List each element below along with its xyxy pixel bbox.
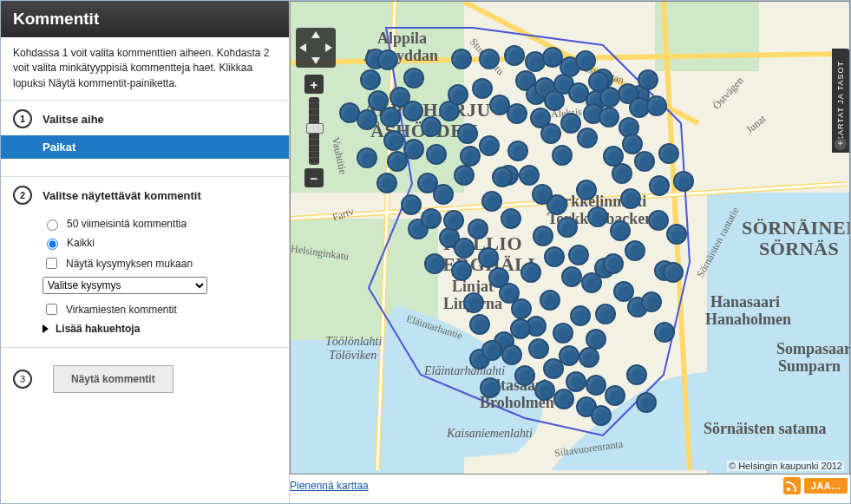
map-marker[interactable] — [560, 113, 581, 134]
pan-control[interactable] — [296, 28, 336, 68]
map-marker[interactable] — [403, 101, 423, 121]
map-marker[interactable] — [587, 206, 608, 227]
map-marker[interactable] — [519, 165, 540, 186]
map-marker[interactable] — [380, 107, 401, 128]
map-marker[interactable] — [557, 217, 578, 238]
map-marker[interactable] — [501, 344, 522, 365]
zoom-in-button[interactable]: + — [304, 75, 324, 94]
map-marker[interactable] — [454, 165, 475, 186]
map-marker[interactable] — [492, 167, 513, 187]
opt-by-question[interactable]: Näytä kysymyksen mukaan — [43, 255, 277, 272]
layers-tab[interactable]: + KARTAT JA TASOT — [832, 49, 849, 153]
map-marker[interactable] — [511, 298, 532, 319]
map-marker[interactable] — [533, 226, 553, 246]
map-marker[interactable] — [586, 375, 606, 396]
map-marker[interactable] — [426, 144, 447, 165]
map-marker[interactable] — [568, 82, 589, 103]
opt-officials[interactable]: Virkamiesten kommentit — [43, 301, 277, 317]
zoom-slider[interactable] — [309, 97, 319, 165]
map-marker[interactable] — [472, 78, 493, 99]
map-marker[interactable] — [468, 219, 488, 239]
map-marker[interactable] — [540, 123, 561, 144]
more-filters-toggle[interactable]: Lisää hakuehtoja — [43, 323, 277, 335]
map-marker[interactable] — [658, 143, 679, 164]
map-marker[interactable] — [638, 69, 658, 90]
zoom-handle[interactable] — [306, 123, 324, 134]
map-marker[interactable] — [534, 380, 555, 401]
map-marker[interactable] — [625, 240, 645, 261]
map-marker[interactable] — [575, 50, 596, 71]
map-marker[interactable] — [520, 262, 541, 283]
map-marker[interactable] — [553, 323, 573, 344]
map-marker[interactable] — [646, 95, 667, 116]
map-marker[interactable] — [514, 365, 535, 386]
map-marker[interactable] — [566, 371, 586, 392]
opt-last50[interactable]: 50 viimeisintä kommenttia — [43, 217, 277, 231]
map-marker[interactable] — [469, 314, 490, 335]
map-marker[interactable] — [480, 377, 501, 398]
pan-east-icon[interactable] — [325, 43, 332, 52]
map-marker[interactable] — [481, 191, 502, 212]
map-marker[interactable] — [648, 210, 669, 231]
map-marker[interactable] — [421, 116, 442, 137]
map-marker[interactable] — [673, 171, 694, 192]
map-marker[interactable] — [603, 253, 624, 274]
map-marker[interactable] — [654, 322, 675, 343]
active-topic[interactable]: Paikat — [1, 135, 289, 159]
map-marker[interactable] — [636, 392, 657, 413]
check-officials[interactable] — [46, 304, 57, 315]
map-marker[interactable] — [532, 184, 553, 205]
map-marker[interactable] — [577, 128, 598, 148]
pan-west-icon[interactable] — [299, 43, 306, 52]
map-marker[interactable] — [479, 49, 500, 69]
map-marker[interactable] — [544, 246, 565, 267]
radio-all[interactable] — [47, 239, 58, 250]
map-marker[interactable] — [443, 210, 464, 231]
map-marker[interactable] — [376, 173, 397, 193]
map-marker[interactable] — [481, 340, 502, 361]
map-marker[interactable] — [528, 338, 549, 359]
map-marker[interactable] — [641, 291, 662, 312]
map-marker[interactable] — [561, 266, 582, 287]
map-marker[interactable] — [605, 385, 625, 406]
map-marker[interactable] — [510, 318, 531, 339]
shrink-map-link[interactable]: Pienennä karttaa — [290, 480, 369, 492]
map-marker[interactable] — [666, 224, 687, 245]
map-marker[interactable] — [377, 49, 398, 70]
map-marker[interactable] — [451, 49, 472, 69]
map-marker[interactable] — [559, 345, 579, 366]
map-marker[interactable] — [663, 262, 684, 283]
map-marker[interactable] — [612, 163, 632, 184]
map-marker[interactable] — [424, 253, 445, 274]
map-marker[interactable] — [620, 188, 641, 209]
show-comments-button[interactable]: Näytä kommentit — [53, 365, 173, 393]
map-marker[interactable] — [421, 208, 442, 229]
check-byq[interactable] — [46, 258, 57, 269]
map-marker[interactable] — [454, 238, 475, 259]
map-marker[interactable] — [403, 139, 424, 160]
map-marker[interactable] — [457, 123, 478, 144]
map-marker[interactable] — [626, 364, 647, 385]
map-marker[interactable] — [460, 146, 481, 167]
share-button[interactable]: JAA... — [804, 478, 848, 494]
map-marker[interactable] — [568, 245, 589, 265]
map-marker[interactable] — [540, 290, 560, 311]
rss-icon[interactable] — [783, 477, 801, 494]
map-marker[interactable] — [403, 68, 424, 88]
map-marker[interactable] — [610, 220, 631, 241]
zoom-out-button[interactable]: − — [304, 168, 324, 187]
map-marker[interactable] — [649, 175, 670, 196]
map-marker[interactable] — [595, 304, 616, 324]
map-marker[interactable] — [451, 260, 472, 281]
map-marker[interactable] — [588, 71, 609, 92]
map-marker[interactable] — [507, 103, 527, 124]
map-marker[interactable] — [463, 292, 484, 313]
map-marker[interactable] — [552, 145, 573, 166]
pan-north-icon[interactable] — [311, 31, 320, 38]
map-marker[interactable] — [591, 405, 612, 426]
map-marker[interactable] — [479, 135, 500, 156]
map-marker[interactable] — [433, 184, 454, 205]
map-marker[interactable] — [448, 84, 468, 105]
map-marker[interactable] — [401, 194, 422, 215]
map-marker[interactable] — [599, 107, 619, 128]
